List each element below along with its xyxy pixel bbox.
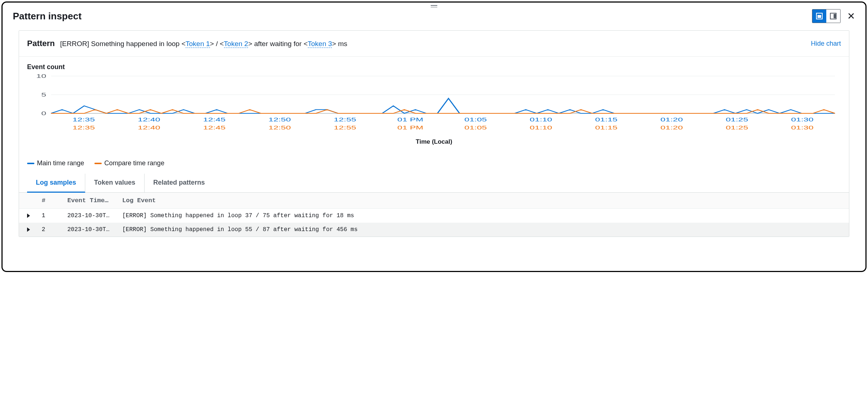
svg-text:01:25: 01:25: [726, 117, 748, 122]
svg-text:12:45: 12:45: [203, 117, 225, 122]
svg-text:01:05: 01:05: [464, 125, 487, 131]
row-time: 2023-10-30T…: [67, 212, 122, 219]
table-header: # Event Time… Log Event: [19, 193, 849, 209]
pattern-panel-header: Pattern [ERROR] Something happened in lo…: [19, 31, 849, 57]
svg-rect-1: [818, 15, 821, 18]
row-event: [ERROR] Something happened in loop 37 / …: [122, 212, 841, 219]
svg-text:01:10: 01:10: [530, 125, 552, 131]
token-1[interactable]: Token 1: [186, 40, 210, 48]
header-controls: ✕: [812, 9, 855, 23]
chart-legend: Main time range Compare time range: [19, 149, 849, 174]
col-idx: #: [42, 197, 67, 204]
svg-text:01:15: 01:15: [595, 117, 617, 122]
legend-swatch-compare: [94, 163, 102, 164]
tab-log-samples[interactable]: Log samples: [27, 174, 85, 193]
pattern-panel: Pattern [ERROR] Something happened in lo…: [19, 30, 849, 237]
svg-text:01:05: 01:05: [464, 117, 487, 122]
svg-text:01:20: 01:20: [661, 125, 683, 131]
view-toggle: [812, 9, 841, 23]
legend-compare: Compare time range: [94, 159, 164, 167]
pattern-line: Pattern [ERROR] Something happened in lo…: [27, 39, 347, 48]
view-split-button[interactable]: [826, 10, 840, 23]
pattern-label: Pattern: [27, 39, 55, 48]
col-time: Event Time…: [67, 197, 122, 204]
row-time: 2023-10-30T…: [67, 226, 122, 233]
svg-text:12:50: 12:50: [269, 125, 291, 131]
token-3[interactable]: Token 3: [308, 40, 332, 48]
svg-text:01:30: 01:30: [791, 125, 813, 131]
svg-text:01 PM: 01 PM: [397, 117, 423, 122]
svg-text:12:55: 12:55: [334, 125, 356, 131]
tabs: Log samples Token values Related pattern…: [19, 174, 849, 193]
svg-rect-3: [834, 14, 836, 18]
chart-canvas: 051012:3512:3512:4012:4012:4512:4512:501…: [27, 74, 841, 136]
svg-text:0: 0: [41, 110, 46, 116]
svg-text:01:25: 01:25: [726, 125, 748, 131]
svg-text:12:40: 12:40: [138, 117, 160, 122]
pattern-inspect-window: Pattern inspect ✕ Pattern [ERROR] Someth…: [1, 1, 867, 272]
svg-text:01:20: 01:20: [661, 117, 683, 122]
svg-text:12:35: 12:35: [72, 125, 95, 131]
col-event: Log Event: [122, 197, 841, 204]
svg-text:12:50: 12:50: [269, 117, 291, 122]
view-full-button[interactable]: [812, 10, 826, 23]
legend-label-main: Main time range: [37, 159, 84, 167]
row-idx: 2: [42, 226, 67, 233]
svg-text:12:40: 12:40: [138, 125, 160, 131]
svg-text:10: 10: [36, 74, 46, 79]
chart-title: Event count: [27, 63, 841, 71]
row-idx: 1: [42, 212, 67, 219]
svg-text:5: 5: [41, 92, 46, 98]
expand-icon[interactable]: [27, 227, 30, 232]
svg-text:12:45: 12:45: [203, 125, 225, 131]
xaxis-title: Time (Local): [27, 138, 841, 146]
drag-handle-icon[interactable]: [431, 5, 437, 7]
legend-main: Main time range: [27, 159, 84, 167]
svg-text:12:35: 12:35: [72, 117, 95, 122]
svg-text:12:55: 12:55: [334, 117, 356, 122]
hide-chart-link[interactable]: Hide chart: [811, 40, 841, 48]
svg-text:01 PM: 01 PM: [397, 125, 423, 131]
chart-area: Event count 051012:3512:3512:4012:4012:4…: [19, 57, 849, 149]
token-2[interactable]: Token 2: [224, 40, 248, 48]
svg-text:01:30: 01:30: [791, 117, 813, 122]
page-title: Pattern inspect: [13, 11, 82, 22]
close-icon[interactable]: ✕: [847, 11, 855, 21]
pattern-text: [ERROR] Something happened in loop <Toke…: [60, 40, 347, 48]
legend-swatch-main: [27, 163, 34, 164]
legend-label-compare: Compare time range: [104, 159, 164, 167]
table-row: 2 2023-10-30T… [ERROR] Something happene…: [19, 223, 849, 237]
tab-token-values[interactable]: Token values: [85, 174, 145, 192]
row-event: [ERROR] Something happened in loop 55 / …: [122, 226, 841, 233]
svg-text:01:15: 01:15: [595, 125, 617, 131]
table-row: 1 2023-10-30T… [ERROR] Something happene…: [19, 209, 849, 223]
svg-text:01:10: 01:10: [530, 117, 552, 122]
tab-related-patterns[interactable]: Related patterns: [145, 174, 214, 192]
expand-icon[interactable]: [27, 214, 30, 218]
